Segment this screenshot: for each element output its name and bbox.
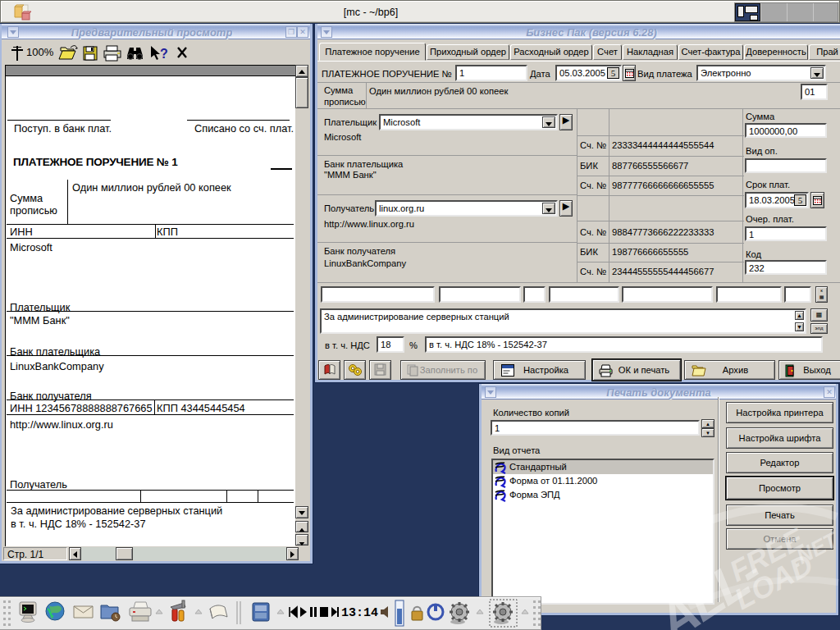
svg-text:13:14: 13:14 xyxy=(341,606,378,620)
svg-text:?: ? xyxy=(160,47,168,61)
